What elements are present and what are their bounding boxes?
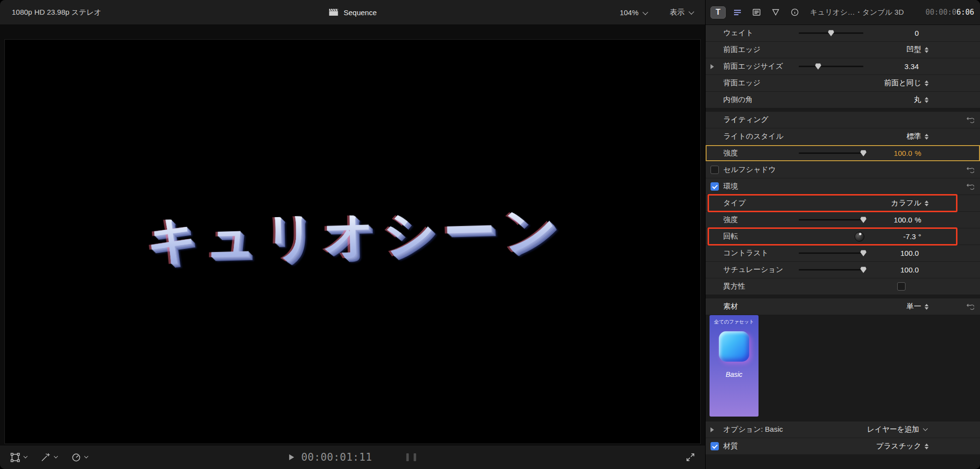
material-well[interactable]: 全てのファセット Basic <box>710 315 759 417</box>
inspector-timecode[interactable]: 00:00:06:06 <box>926 8 974 17</box>
inspector-pane: T キュリオシ…・タンブル 3D 00:00:06:06 ウェイト 0 <box>705 0 980 469</box>
slider-thumb[interactable] <box>860 217 867 223</box>
inspector-title: キュリオシ…・タンブル 3D <box>810 8 904 17</box>
param-value[interactable]: 0 <box>915 29 919 37</box>
mini-timeline-markers[interactable] <box>406 453 416 461</box>
param-label: セルフシャドウ <box>723 165 776 174</box>
disclosure-triangle-icon[interactable] <box>710 64 714 69</box>
substance-checkbox[interactable] <box>710 442 719 450</box>
reset-icon[interactable] <box>966 183 974 190</box>
front-edge-size-slider[interactable] <box>799 66 863 67</box>
row-substance: 材質 プラスチック <box>706 438 980 454</box>
param-value[interactable]: 100.0 <box>894 216 912 224</box>
app-window: 1080p HD 23.98p ステレオ Sequence 104% 表示 キュ… <box>0 0 980 469</box>
stepper-icon[interactable] <box>925 444 929 449</box>
popup-value[interactable]: 凹型 <box>906 45 921 54</box>
self-shadow-checkbox[interactable] <box>710 166 719 174</box>
inspector-body: ウェイト 0 前面エッジ 凹型 前面エッジサ <box>706 25 980 469</box>
sequence-label: Sequence <box>343 8 377 17</box>
reset-icon[interactable] <box>966 167 974 173</box>
canvas-3d-text: キュリオシーン <box>147 195 567 274</box>
timeline-tick <box>406 453 409 461</box>
param-value[interactable]: -7.3 <box>903 232 916 241</box>
title-3d-text: キュリオシーン <box>147 195 567 274</box>
row-anisotropy: 異方性 <box>706 278 980 295</box>
tab-text[interactable]: T <box>710 6 726 19</box>
slider-thumb[interactable] <box>860 250 867 256</box>
row-environment-type: タイプ カラフル <box>706 195 980 211</box>
param-label: ライトのスタイル <box>723 132 784 141</box>
slider-thumb[interactable] <box>860 267 867 273</box>
param-label: 内側の角 <box>723 95 753 104</box>
expand-arrows-icon <box>686 452 695 462</box>
playhead-timecode[interactable]: 00:00:01:11 <box>301 451 372 463</box>
environment-intensity-slider[interactable] <box>799 219 863 221</box>
saturation-slider[interactable] <box>799 269 863 271</box>
slider-thumb[interactable] <box>828 30 834 36</box>
popup-value[interactable]: 丸 <box>914 95 921 104</box>
popup-value[interactable]: 標準 <box>906 132 921 141</box>
timeline-tick <box>414 453 416 461</box>
chevron-down-icon <box>84 454 88 458</box>
stepper-icon[interactable] <box>925 97 929 103</box>
param-value[interactable]: 100.0 <box>900 266 919 274</box>
clapperboard-icon <box>328 8 338 16</box>
environment-checkbox[interactable] <box>710 182 719 191</box>
enhancements-tool-dropdown[interactable] <box>41 453 57 462</box>
tab-text-format[interactable] <box>730 6 745 19</box>
view-dropdown[interactable]: 表示 <box>670 8 693 17</box>
stepper-icon[interactable] <box>925 134 929 140</box>
viewer-pane: 1080p HD 23.98p ステレオ Sequence 104% 表示 キュ… <box>0 0 705 469</box>
tab-appearance[interactable] <box>768 6 783 19</box>
row-environment-intensity: 強度 100.0% <box>706 212 980 228</box>
disclosure-triangle-icon[interactable] <box>710 427 714 432</box>
contrast-slider[interactable] <box>799 252 863 254</box>
slider-thumb[interactable] <box>860 150 867 156</box>
play-button[interactable] <box>289 454 294 460</box>
magic-wand-icon <box>41 453 51 462</box>
retime-tool-dropdown[interactable] <box>71 453 88 462</box>
param-label: 材質 <box>723 442 738 451</box>
format-label: 1080p HD 23.98p ステレオ <box>12 8 101 17</box>
reset-icon[interactable] <box>966 303 974 310</box>
video-canvas: キュリオシーン <box>4 39 701 444</box>
stepper-icon[interactable] <box>925 304 929 310</box>
fullscreen-button[interactable] <box>686 452 695 462</box>
dial-indicator <box>859 233 861 235</box>
stepper-icon[interactable] <box>925 200 929 206</box>
param-value[interactable]: 3.34 <box>905 62 919 71</box>
section-material: 素材 単一 <box>706 298 980 315</box>
row-saturation: サチュレーション 100.0 <box>706 262 980 278</box>
tab-info[interactable] <box>787 6 802 19</box>
stepper-icon[interactable] <box>925 80 929 86</box>
add-layer-dropdown[interactable]: レイヤーを追加 <box>867 425 919 434</box>
param-label: 前面エッジ <box>723 45 760 54</box>
sequence-title: Sequence <box>328 8 377 17</box>
param-value[interactable]: 100.0 <box>900 249 919 257</box>
popup-value[interactable]: 単一 <box>906 302 921 311</box>
stepper-icon[interactable] <box>925 47 929 53</box>
rotation-dial[interactable] <box>855 232 864 242</box>
reset-icon[interactable] <box>966 117 974 123</box>
slider-thumb[interactable] <box>815 63 821 70</box>
zoom-dropdown[interactable]: 104% <box>620 8 647 17</box>
param-label: ウェイト <box>723 28 753 38</box>
transform-icon <box>10 453 21 462</box>
row-lighting-intensity: 強度 100.0% <box>706 145 980 161</box>
text-box-icon <box>753 9 760 16</box>
lighting-intensity-slider[interactable] <box>799 152 863 154</box>
popup-value[interactable]: カラフル <box>891 198 921 208</box>
section-label: 素材 <box>723 302 738 311</box>
popup-value[interactable]: 前面と同じ <box>884 78 921 88</box>
weight-slider[interactable] <box>799 32 863 34</box>
anisotropy-checkbox[interactable] <box>897 282 906 291</box>
row-environment-rotation: 回転 -7.3° <box>706 228 980 245</box>
material-preset-name: Basic <box>726 370 742 378</box>
param-value[interactable]: 100.0 <box>894 149 912 157</box>
tab-text-layout[interactable] <box>749 6 764 19</box>
popup-value[interactable]: プラスチック <box>876 442 921 451</box>
chevron-down-icon <box>688 9 694 14</box>
info-icon <box>791 8 799 16</box>
transform-tool-dropdown[interactable] <box>10 453 27 462</box>
chevron-down-icon <box>54 454 58 458</box>
